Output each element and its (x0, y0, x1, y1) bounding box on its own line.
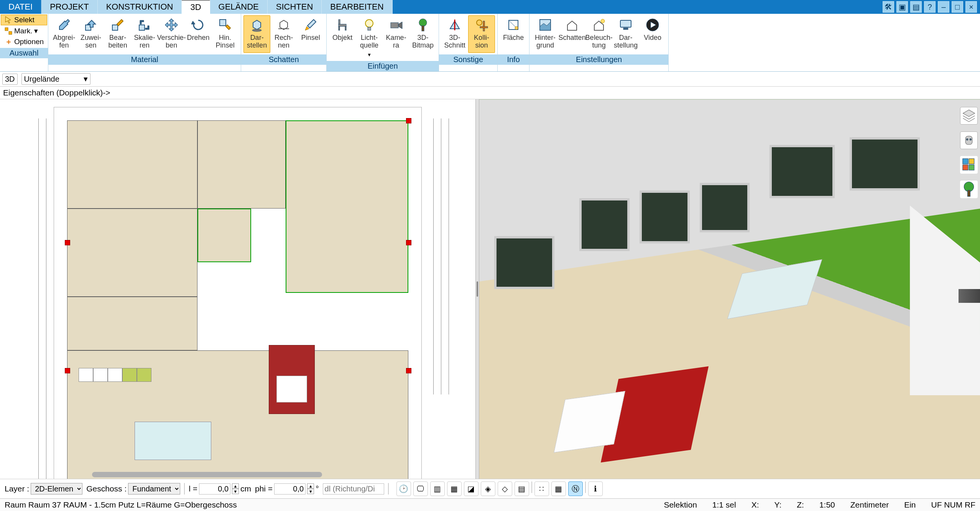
properties-hint[interactable]: Eigenschaften (Doppelklick)-> (3, 88, 110, 97)
sonstige-group-title: Sonstige (439, 54, 497, 65)
optionen-button[interactable]: ＋ Optionen (1, 36, 47, 47)
menu-konstruktion[interactable]: KONSTRUKTION (98, 0, 182, 14)
control-point[interactable] (65, 240, 70, 245)
3dbitmap-button[interactable]: 3D- Bitmap (409, 15, 436, 59)
hintergrund-button[interactable]: Hinter- grund (532, 15, 559, 53)
video-button[interactable]: Video (639, 15, 666, 53)
objekt-button[interactable]: Objekt (329, 15, 356, 59)
view-splitter[interactable] (475, 99, 479, 479)
abgreifen-label: Abgrei- fen (53, 34, 75, 51)
tools-icon[interactable]: 🛠 (883, 1, 894, 13)
menu-projekt[interactable]: PROJEKT (41, 0, 97, 14)
monitor-icon[interactable]: 🖵 (413, 481, 428, 496)
viewmode-label: 3D (5, 75, 15, 84)
menu-bearbeiten[interactable]: BEARBEITEN (322, 0, 392, 14)
geschoss-select[interactable]: Fundament (128, 483, 180, 495)
view-2d[interactable] (0, 99, 475, 479)
skalieren-button[interactable]: Skalie- ren (131, 15, 158, 53)
overlay-icon[interactable]: ▥ (430, 481, 445, 496)
bottom-controls: Layer : 2D-Elemen Geschoss : Fundament l… (0, 479, 980, 498)
module-icon[interactable]: ▣ (896, 1, 908, 13)
grid-dots-icon[interactable]: ∷ (534, 481, 549, 496)
beleuchtung-button[interactable]: Beleuch- tung (585, 15, 612, 53)
view-3d[interactable] (479, 99, 980, 479)
stack-icon[interactable]: ▤ (910, 1, 922, 13)
control-point[interactable] (406, 368, 411, 373)
rechnen-button[interactable]: Rech- nen (270, 15, 297, 53)
maximize-icon[interactable]: □ (952, 1, 963, 13)
grid-icon[interactable]: ▦ (551, 481, 566, 496)
calc-shadow-icon (276, 17, 291, 33)
flaeche-button[interactable]: Fläche (500, 15, 527, 53)
control-point[interactable] (406, 118, 411, 123)
darstellen-button[interactable]: Dar- stellen (243, 15, 270, 53)
control-point[interactable] (65, 368, 70, 373)
3dschnitt-button[interactable]: 3D- Schnitt (441, 15, 468, 53)
spin-down-icon[interactable]: ▼ (307, 489, 314, 494)
length-input[interactable] (199, 483, 230, 495)
status-unit: Zentimeter (850, 500, 889, 509)
divider (184, 483, 185, 495)
palette-tool-icon[interactable] (960, 156, 978, 174)
verschieben-button[interactable]: Verschie- ben (158, 15, 185, 53)
deg-label: ° (316, 484, 319, 493)
svg-rect-18 (483, 21, 485, 31)
svg-point-21 (515, 26, 518, 30)
bearbeiten-button[interactable]: Bear- beiten (104, 15, 131, 53)
menu-gelande[interactable]: GELÄNDE (210, 0, 268, 14)
selekt-button[interactable]: Selekt (1, 15, 47, 25)
kollision-button[interactable]: Kolli- sion (468, 15, 495, 53)
control-point[interactable] (406, 240, 411, 245)
schatten-button[interactable]: Schatten (559, 15, 585, 53)
lichtquelle-button[interactable]: Licht- quelle ▼ (356, 15, 383, 59)
spin-up-icon[interactable]: ▲ (307, 483, 314, 489)
mark-button[interactable]: Mark. ▾ (1, 25, 47, 36)
clock-icon[interactable]: 🕑 (396, 481, 411, 496)
droid-tool-icon[interactable] (960, 131, 978, 149)
brush-icon (303, 17, 318, 33)
ribbon-group-material: Abgrei- fen Zuwei- sen Bear- beiten Skal… (48, 14, 241, 71)
shade-icon[interactable]: ◪ (464, 481, 478, 496)
info-icon[interactable]: ℹ (588, 481, 603, 496)
abgreifen-button[interactable]: Abgrei- fen (51, 15, 77, 53)
geschoss-label: Geschoss : (86, 484, 127, 493)
dl-input[interactable] (323, 483, 384, 495)
close-icon[interactable]: × (965, 1, 977, 13)
north-icon[interactable]: Ⓝ (568, 481, 583, 496)
play-icon (645, 17, 660, 33)
divider (585, 481, 586, 493)
help-icon[interactable]: ? (924, 1, 936, 13)
spin-down-icon[interactable]: ▼ (232, 489, 239, 494)
brush-back-icon (217, 17, 233, 33)
menu-datei[interactable]: DATEI (0, 0, 41, 14)
layer-select-bottom[interactable]: 2D-Elemen (31, 483, 82, 495)
hinpinsel-button[interactable]: Hin. Pinsel (212, 15, 238, 53)
side-panel-handle[interactable] (959, 289, 980, 303)
chair-icon (335, 17, 350, 33)
layer-select[interactable]: Urgelände ▾ (21, 73, 90, 85)
diamond2-icon[interactable]: ◇ (498, 481, 512, 496)
minimize-icon[interactable]: – (938, 1, 949, 13)
menu-sichten[interactable]: SICHTEN (268, 0, 322, 14)
kamera-button[interactable]: Kame- ra (383, 15, 409, 59)
tree-tool-icon[interactable] (960, 181, 978, 198)
spin-up-icon[interactable]: ▲ (232, 483, 239, 489)
dim-line (441, 118, 441, 394)
window (579, 198, 630, 251)
layers-icon[interactable]: ▤ (515, 481, 529, 496)
svg-rect-10 (345, 26, 346, 30)
diamond-icon[interactable]: ◈ (481, 481, 495, 496)
status-x: X: (751, 500, 759, 509)
darstellung-label: Dar- stellung (614, 34, 638, 51)
phi-input[interactable] (274, 483, 306, 495)
plan-canvas (15, 107, 460, 463)
layers-tool-icon[interactable] (960, 107, 978, 125)
stack-icon[interactable]: ▦ (447, 481, 462, 496)
menu-3d[interactable]: 3D (182, 0, 210, 14)
pinsel-button[interactable]: Pinsel (297, 15, 324, 53)
zuweisen-button[interactable]: Zuwei- sen (77, 15, 104, 53)
drehen-button[interactable]: Drehen (185, 15, 212, 53)
objekt-label: Objekt (332, 34, 352, 51)
horizontal-scrollbar[interactable] (92, 472, 322, 477)
darstellung-button[interactable]: Dar- stellung (612, 15, 639, 53)
